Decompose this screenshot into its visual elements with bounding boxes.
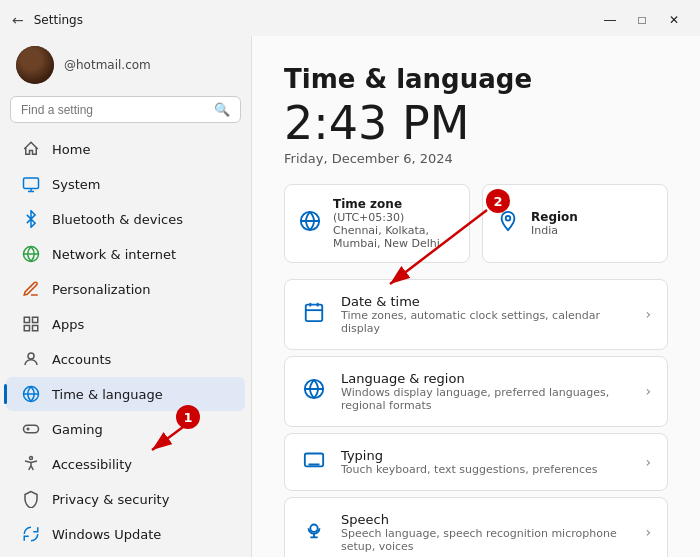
sidebar-item-bluetooth[interactable]: Bluetooth & devices <box>6 202 245 236</box>
sidebar-item-windows-update[interactable]: Windows Update <box>6 517 245 551</box>
title-bar-left: ← Settings <box>12 12 83 28</box>
sidebar-item-time-language[interactable]: Time & language <box>6 377 245 411</box>
info-card-region: Region India <box>482 184 668 263</box>
svg-point-14 <box>28 353 34 359</box>
current-date: Friday, December 6, 2024 <box>284 151 668 166</box>
date-time-title: Date & time <box>341 294 631 309</box>
sidebar-item-network[interactable]: Network & internet <box>6 237 245 271</box>
sidebar-item-apps[interactable]: Apps <box>6 307 245 341</box>
system-icon <box>22 175 40 193</box>
region-value: India <box>531 224 578 237</box>
page-title: Time & language <box>284 64 668 94</box>
sidebar-item-label: Accounts <box>52 352 111 367</box>
sidebar-item-system[interactable]: System <box>6 167 245 201</box>
current-time: 2:43 PM <box>284 98 668 149</box>
content-area: Time & language 2:43 PM Friday, December… <box>252 36 700 557</box>
language-region-icon <box>301 378 327 405</box>
home-icon <box>22 140 40 158</box>
setting-row-date-time[interactable]: Date & time Time zones, automatic clock … <box>284 279 668 350</box>
bluetooth-icon <box>22 210 40 228</box>
accessibility-icon <box>22 455 40 473</box>
region-icon <box>497 210 519 237</box>
personalization-icon <box>22 280 40 298</box>
sidebar: @hotmail.com 🔍 Home System Bluetooth & d… <box>0 36 252 557</box>
language-region-desc: Windows display language, preferred lang… <box>341 386 631 412</box>
privacy-security-icon <box>22 490 40 508</box>
title-bar: ← Settings — □ ✕ <box>0 0 700 36</box>
setting-rows: Date & time Time zones, automatic clock … <box>284 279 668 557</box>
sidebar-item-label: Windows Update <box>52 527 161 542</box>
date-time-desc: Time zones, automatic clock settings, ca… <box>341 309 631 335</box>
search-icon: 🔍 <box>214 102 230 117</box>
setting-row-typing[interactable]: Typing Touch keyboard, text suggestions,… <box>284 433 668 491</box>
setting-row-speech[interactable]: Speech Speech language, speech recogniti… <box>284 497 668 557</box>
chevron-right-icon: › <box>645 306 651 322</box>
sidebar-item-label: Time & language <box>52 387 163 402</box>
svg-rect-20 <box>306 304 323 321</box>
accounts-icon <box>22 350 40 368</box>
svg-point-19 <box>506 216 511 221</box>
timezone-value: (UTC+05:30) Chennai, Kolkata, Mumbai, Ne… <box>333 211 455 250</box>
info-card-timezone: Time zone (UTC+05:30) Chennai, Kolkata, … <box>284 184 470 263</box>
sidebar-item-accessibility[interactable]: Accessibility <box>6 447 245 481</box>
time-language-icon <box>22 385 40 403</box>
minimize-button[interactable]: — <box>596 9 624 31</box>
typing-icon <box>301 448 327 475</box>
svg-point-17 <box>30 457 33 460</box>
svg-rect-16 <box>24 425 39 433</box>
svg-point-26 <box>310 524 317 531</box>
info-cards: Time zone (UTC+05:30) Chennai, Kolkata, … <box>284 184 668 263</box>
apps-icon <box>22 315 40 333</box>
svg-rect-10 <box>24 317 29 322</box>
gaming-icon <box>22 420 40 438</box>
close-button[interactable]: ✕ <box>660 9 688 31</box>
avatar-image <box>16 46 54 84</box>
sidebar-item-label: Apps <box>52 317 84 332</box>
svg-rect-11 <box>33 317 38 322</box>
sidebar-item-accounts[interactable]: Accounts <box>6 342 245 376</box>
svg-rect-7 <box>24 178 39 189</box>
timezone-icon <box>299 210 321 237</box>
sidebar-item-label: Home <box>52 142 90 157</box>
sidebar-item-label: Personalization <box>52 282 151 297</box>
sidebar-item-label: Network & internet <box>52 247 176 262</box>
svg-rect-13 <box>24 326 29 331</box>
profile-section: @hotmail.com <box>0 36 251 96</box>
sidebar-item-label: Privacy & security <box>52 492 169 507</box>
date-time-icon <box>301 301 327 328</box>
sidebar-item-gaming[interactable]: Gaming <box>6 412 245 446</box>
sidebar-item-home[interactable]: Home <box>6 132 245 166</box>
back-icon[interactable]: ← <box>12 12 24 28</box>
maximize-button[interactable]: □ <box>628 9 656 31</box>
window-title: Settings <box>34 13 83 27</box>
sidebar-item-privacy-security[interactable]: Privacy & security <box>6 482 245 516</box>
search-input[interactable] <box>21 103 208 117</box>
chevron-right-icon: › <box>645 383 651 399</box>
search-box[interactable]: 🔍 <box>10 96 241 123</box>
profile-email: @hotmail.com <box>64 58 151 72</box>
sidebar-item-label: Gaming <box>52 422 103 437</box>
sidebar-item-label: System <box>52 177 100 192</box>
typing-title: Typing <box>341 448 631 463</box>
windows-update-icon <box>22 525 40 543</box>
chevron-right-icon: › <box>645 454 651 470</box>
language-region-title: Language & region <box>341 371 631 386</box>
speech-title: Speech <box>341 512 631 527</box>
chevron-right-icon: › <box>645 524 651 540</box>
speech-icon <box>301 519 327 546</box>
setting-row-language-region[interactable]: Language & region Windows display langua… <box>284 356 668 427</box>
network-icon <box>22 245 40 263</box>
typing-desc: Touch keyboard, text suggestions, prefer… <box>341 463 631 476</box>
sidebar-item-label: Accessibility <box>52 457 132 472</box>
region-label: Region <box>531 210 578 224</box>
svg-rect-12 <box>33 326 38 331</box>
sidebar-item-label: Bluetooth & devices <box>52 212 183 227</box>
timezone-label: Time zone <box>333 197 455 211</box>
window-controls: — □ ✕ <box>596 9 688 31</box>
sidebar-item-personalization[interactable]: Personalization <box>6 272 245 306</box>
sidebar-nav: Home System Bluetooth & devices Network … <box>0 131 251 552</box>
speech-desc: Speech language, speech recognition micr… <box>341 527 631 553</box>
avatar <box>16 46 54 84</box>
main-content-wrapper: 1 2 @hotmail.com 🔍 Home <box>0 36 700 557</box>
